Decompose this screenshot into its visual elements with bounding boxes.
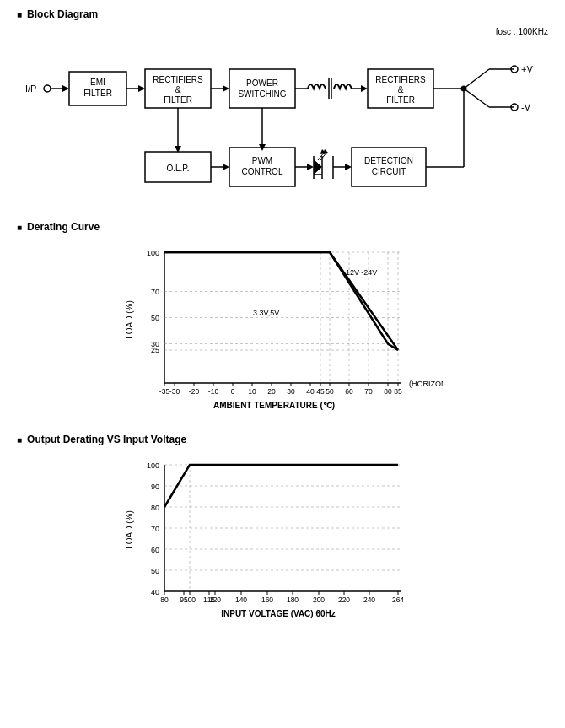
emi-label2: FILTER [83,89,112,98]
rect1-label2: & [175,85,181,94]
od-y-60: 60 [151,546,159,554]
xlabel-10: 10 [248,387,256,396]
xlabel-40: 40 [306,387,315,396]
opto-led-triangle [314,159,322,175]
derating-x-axis-label: AMBIENT TEMPERATURE (℃) [213,401,335,410]
od-xlabel-140: 140 [235,596,247,604]
xlabel-n10: -10 [208,387,219,396]
od-x-axis-label: INPUT VOLTAGE (VAC) 60Hz [221,609,336,618]
od-xlabel-240: 240 [363,596,375,604]
block-diagram-title: Block Diagram [17,8,548,20]
od-xlabel-160: 160 [261,596,273,604]
rect2-label3: FILTER [386,95,415,105]
od-y-80: 80 [151,504,159,512]
series-label-12v24v: 12V~24V [346,268,377,277]
arrow-opto-detection [345,164,352,170]
xlabel-50: 50 [326,387,334,396]
vminus-label: -V [521,102,531,112]
curve-3v3-5v [164,252,398,350]
od-y-axis-label: LOAD (%) [125,510,134,549]
rect1-label1: RECTIFIERS [153,75,203,84]
xlabel-30: 30 [287,387,295,396]
output-derating-title: Output Derating VS Input Voltage [17,434,548,445]
xlabel-n20: -20 [189,387,200,396]
od-xlabel-80: 80 [160,596,169,604]
rect1-label3: FILTER [164,95,192,105]
pwm-label2: CONTROL [242,167,283,176]
y-label-50: 50 [151,314,159,322]
line-junction-vminus [464,89,489,107]
power-box [229,69,295,108]
line-junction-vplus [464,69,489,89]
detection-label1: DETECTION [364,156,413,165]
derating-y-axis-label: LOAD (%) [125,300,134,339]
rect2-label2: & [398,85,404,94]
derating-curve-section: Derating Curve 100 70 50 30 25 LOAD (%) [17,221,548,417]
vplus-label: +V [521,64,533,74]
arrow-emi-rect1 [138,85,145,92]
xlabel-0: 0 [231,387,235,396]
od-y-40: 40 [151,588,159,596]
block-diagram-svg: I/P EMI FILTER RECTIFIERS & FILTER POWER… [17,40,548,204]
od-xlabel-180: 180 [287,596,299,604]
transformer-right-coil [334,84,352,89]
pwm-label1: PWM [252,156,272,165]
output-derating-chart: 100 90 80 70 60 50 40 LOAD (%) 80 95 100… [122,452,443,621]
series-label-3v3: 3.3V,5V [253,309,279,317]
xlabel-n30: -30 [170,387,180,396]
detection-label2: CIRCUIT [372,167,406,176]
arrow-transformer-rect2 [361,85,368,92]
emi-label1: EMI [90,78,105,87]
output-derating-section: Output Derating VS Input Voltage 100 90 … [17,434,548,621]
olp-label: O.L.P. [166,164,189,173]
fosc-label: fosc : 100KHz [17,27,548,36]
xlabel-n35: -35 [159,387,170,396]
od-xlabel-264: 264 [392,596,404,604]
ip-label: I/P [25,84,36,94]
derating-horizontal-label: (HORIZONTAL) [409,380,443,388]
arrow-pwm-opto [307,164,314,170]
derating-curve-title: Derating Curve [17,221,548,233]
arrow-rect1-power [223,85,229,92]
od-xlabel-200: 200 [313,596,325,604]
block-diagram-section: Block Diagram fosc : 100KHz I/P EMI FILT… [17,8,548,204]
arrow-ip-emi [62,85,69,92]
od-xlabel-220: 220 [338,596,350,604]
od-y-100: 100 [147,461,159,470]
y-label-100: 100 [147,249,159,257]
ip-circle [44,85,51,92]
xlabel-70: 70 [364,387,373,396]
xlabel-60: 60 [345,387,353,396]
y-label-25: 25 [151,346,159,354]
rect2-label1: RECTIFIERS [375,75,426,84]
power-label2: SWITCHING [238,89,286,99]
arrow-olp-pwm [223,164,229,170]
power-label1: POWER [246,78,278,88]
od-y-70: 70 [151,525,159,533]
od-y-90: 90 [151,483,159,491]
od-y-50: 50 [151,567,159,575]
od-xlabel-120: 120 [209,596,221,604]
xlabel-80: 80 [384,387,392,396]
transformer-left-coil [308,84,326,89]
derating-curve-chart: 100 70 50 30 25 LOAD (%) -35 -30 -20 -10… [122,240,443,417]
xlabel-20: 20 [267,387,276,396]
y-label-70: 70 [151,288,159,296]
xlabel-45: 45 [316,387,325,396]
xlabel-85: 85 [394,387,402,396]
od-xlabel-100: 100 [184,596,196,604]
